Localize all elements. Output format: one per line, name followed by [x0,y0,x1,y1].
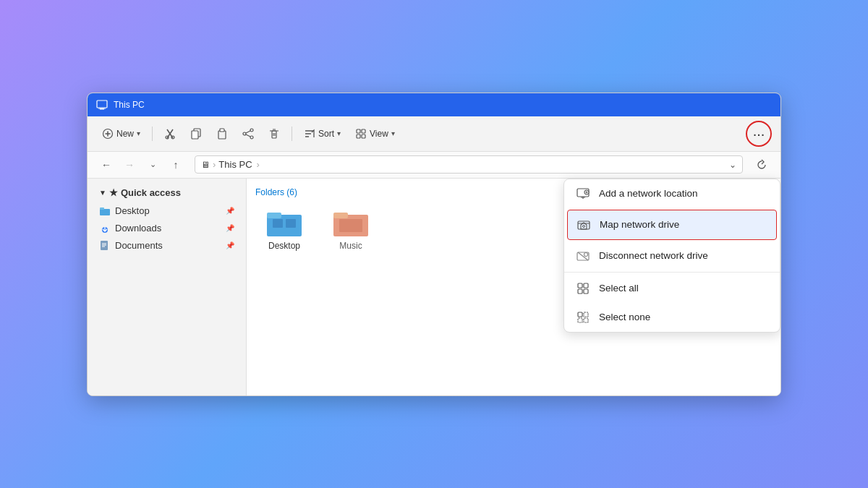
dropdown-menu: Add a network location Map network drive [563,179,780,333]
sidebar-quick-access-items: Desktop 📌 Downloads 📌 [88,201,246,256]
view-chevron: ▾ [391,129,395,137]
svg-rect-13 [220,129,224,132]
svg-point-15 [250,136,253,139]
paste-icon [216,128,228,140]
svg-rect-39 [273,219,283,228]
folder-item-music[interactable]: Music [322,203,380,257]
sidebar-item-documents[interactable]: Documents 📌 [90,237,243,254]
sidebar-item-downloads[interactable]: Downloads 📌 [90,220,243,237]
dropdown-divider [564,272,780,273]
dropdown-item-label: Select none [599,312,650,322]
refresh-icon [756,159,767,171]
svg-rect-28 [357,134,360,138]
paste-button[interactable] [210,124,234,143]
svg-rect-12 [218,131,226,139]
folder-thumbnail [267,209,302,238]
quick-access-label: Quick access [121,187,181,198]
new-label: New [116,129,134,139]
delete-icon [268,128,280,140]
dropdown-item-map-network-drive[interactable]: Map network drive [567,210,777,240]
svg-rect-58 [578,289,582,294]
back-icon: ← [101,159,111,171]
copy-icon [190,128,202,140]
map-network-drive-icon [576,218,591,232]
toolbar: New ▾ [88,116,780,152]
dropdown-item-disconnect-network-drive[interactable]: Disconnect network drive [564,241,780,270]
svg-line-17 [246,131,250,133]
svg-rect-19 [272,131,276,138]
file-explorer-window: This PC New ▾ [87,93,781,396]
new-chevron: ▾ [137,129,140,137]
forward-icon: → [124,159,135,171]
new-icon [102,128,114,140]
sidebar-item-label: Documents [115,240,163,251]
share-button[interactable] [237,124,260,143]
address-separator: › [213,159,216,170]
dropdown-item-label: Select all [599,283,639,294]
quick-access-header[interactable]: ▼ ★ Quick access [90,184,243,201]
window-title: This PC [114,100,145,110]
select-none-icon [576,310,590,325]
content-area: ▼ ★ Quick access Desktop 📌 [88,179,780,395]
svg-rect-40 [286,219,296,228]
svg-point-51 [583,225,585,227]
pin-icon: 📌 [226,224,234,232]
sort-chevron: ▾ [337,129,341,137]
back-button[interactable]: ← [96,155,116,175]
svg-rect-57 [584,283,588,288]
dropdown-item-label: Map network drive [600,219,679,230]
downloads-icon [99,223,111,234]
view-label: View [370,129,388,139]
folder-thumbnail [333,209,368,238]
share-icon [242,128,254,140]
address-bar[interactable]: 🖥 › This PC › ⌄ [195,155,743,174]
cut-button[interactable] [158,124,182,143]
svg-rect-42 [333,213,348,218]
svg-rect-30 [100,209,110,215]
separator-2 [292,127,292,141]
dropdown-item-select-all[interactable]: Select all [564,274,780,303]
svg-rect-43 [339,219,362,232]
copy-button[interactable] [184,124,208,143]
svg-rect-59 [584,289,588,294]
svg-rect-62 [578,318,582,322]
folder-name: Desktop [268,241,300,251]
expand-nav-button[interactable]: ⌄ [142,155,163,175]
dropdown-item-label: Add a network location [599,188,698,199]
star-icon: ★ [109,187,118,198]
folder-item-desktop[interactable]: Desktop [255,203,313,257]
dropdown-item-label: Disconnect network drive [599,250,708,261]
address-path: This PC [218,159,252,170]
svg-rect-60 [578,312,582,317]
dropdown-item-add-network-location[interactable]: Add a network location [564,179,780,208]
up-button[interactable]: ↑ [166,155,186,175]
svg-rect-56 [578,283,582,288]
svg-line-18 [246,134,250,137]
pin-icon: 📌 [226,207,234,215]
sort-icon [304,128,315,140]
sidebar-item-label: Downloads [115,223,161,234]
dropdown-item-select-none[interactable]: Select none [564,303,780,332]
refresh-button[interactable] [752,155,772,175]
view-button[interactable]: View ▾ [349,124,401,143]
nav-bar: ← → ⌄ ↑ 🖥 › This PC › ⌄ [88,152,780,179]
folder-name: Music [339,241,362,251]
sort-button[interactable]: Sort ▾ [298,124,346,143]
view-icon [355,128,367,140]
forward-button[interactable]: → [119,155,140,175]
sidebar-item-desktop[interactable]: Desktop 📌 [90,202,243,220]
sort-label: Sort [318,129,334,139]
svg-point-16 [243,132,246,135]
new-button[interactable]: New ▾ [96,124,146,143]
svg-rect-11 [192,131,198,139]
svg-rect-63 [584,318,588,322]
svg-point-14 [250,129,253,132]
svg-rect-27 [362,129,365,133]
address-dropdown-chevron[interactable]: ⌄ [729,160,736,170]
title-bar: This PC [88,93,780,116]
delete-button[interactable] [263,124,286,143]
svg-rect-29 [362,134,365,138]
chevron-icon: ▼ [99,189,106,197]
more-options-button[interactable]: ··· [746,121,772,147]
pin-icon: 📌 [226,241,234,249]
